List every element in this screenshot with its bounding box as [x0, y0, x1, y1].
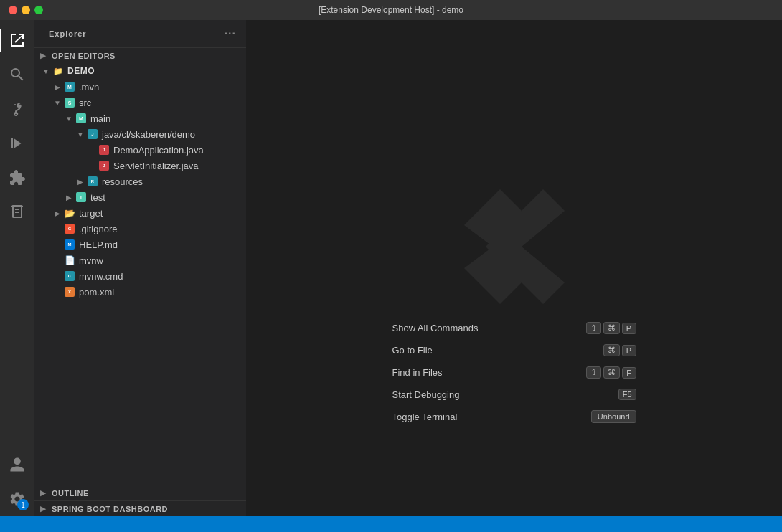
src-item[interactable]: ▼ S src [34, 95, 246, 110]
main-item[interactable]: ▼ M main [34, 110, 246, 126]
demo-app-label: DemoApplication.java [113, 145, 204, 156]
sidebar-title: Explorer [49, 29, 87, 38]
target-item[interactable]: ▶ 📂 target [34, 205, 246, 221]
main-folder-icon: M [75, 112, 88, 125]
java-path-item[interactable]: ▼ J java/cl/skaberen/demo [34, 126, 246, 142]
cmd-key-2: ⌘ [603, 344, 620, 356]
spring-boot-section[interactable]: ▶ Spring Boot Dashboard [34, 500, 246, 516]
demo-arrow: ▼ [40, 67, 52, 75]
command-toggle-terminal: Toggle Terminal Unbound [392, 410, 636, 423]
resources-item[interactable]: ▶ R resources [34, 174, 246, 189]
sidebar-header-icons: ··· [223, 26, 237, 42]
demo-root-item[interactable]: ▼ 📁 DEMO [34, 63, 246, 79]
src-arrow: ▼ [52, 99, 63, 107]
pom-label: pom.xml [79, 287, 114, 298]
manage-badge: 1 [17, 499, 29, 510]
demo-folder-icon: 📁 [52, 65, 65, 77]
mvnw-cmd-label: mvnw.cmd [79, 271, 123, 282]
help-item[interactable]: ▶ M HELP.md [34, 237, 246, 252]
vscode-logo [443, 175, 586, 318]
test-item[interactable]: ▶ T test [34, 189, 246, 205]
toggle-terminal-keys: Unbound [591, 410, 636, 423]
status-bar [0, 516, 782, 532]
servlet-item[interactable]: ▶ J ServletInitializer.java [34, 158, 246, 174]
java-path-arrow: ▼ [75, 130, 86, 138]
mvn-item[interactable]: ▶ M .mvn [34, 79, 246, 95]
mvnw-cmd-icon: C [63, 270, 76, 282]
find-in-files-keys: ⇧ ⌘ F [586, 366, 636, 379]
gitignore-item[interactable]: ▶ G .gitignore [34, 221, 246, 237]
open-editors-section[interactable]: ▶ Open Editors [34, 47, 246, 63]
main-arrow: ▼ [63, 115, 75, 123]
more-actions-icon[interactable]: ··· [223, 26, 237, 42]
pom-item[interactable]: ▶ X pom.xml [34, 284, 246, 300]
close-button[interactable] [9, 6, 17, 14]
activity-testing[interactable] [0, 195, 34, 229]
unbound-key: Unbound [591, 410, 636, 423]
window-title: [Extension Development Host] - demo [319, 5, 463, 15]
editor-area: Show All Commands ⇧ ⌘ P Go to File ⌘ P F… [246, 20, 782, 516]
toggle-terminal-label: Toggle Terminal [392, 412, 458, 422]
activity-bar: 1 [0, 20, 34, 516]
cmd-key-3: ⌘ [603, 366, 620, 379]
java-path-label: java/cl/skaberen/demo [102, 129, 195, 140]
activity-manage[interactable]: 1 [0, 482, 34, 516]
activity-explorer[interactable] [0, 23, 34, 57]
mvnw-icon: 📄 [63, 254, 76, 267]
start-debugging-keys: F5 [618, 389, 636, 400]
sidebar-header: Explorer ··· [34, 20, 246, 47]
sidebar: Explorer ··· ▶ Open Editors ▼ 📁 DEMO ▶ M [34, 20, 246, 516]
shift-key-2: ⇧ [586, 366, 601, 379]
help-icon: M [63, 238, 76, 251]
gitignore-label: .gitignore [79, 224, 117, 234]
mvnw-cmd-item[interactable]: ▶ C mvnw.cmd [34, 268, 246, 284]
f5-key: F5 [618, 389, 636, 400]
titlebar: [Extension Development Host] - demo [0, 0, 782, 20]
show-all-commands-keys: ⇧ ⌘ P [586, 322, 636, 334]
spring-boot-arrow: ▶ [40, 505, 52, 513]
demo-label: DEMO [67, 66, 95, 76]
demo-app-icon: J [98, 143, 110, 156]
sidebar-bottom: ▶ Outline ▶ Spring Boot Dashboard [34, 485, 246, 516]
resources-folder-icon: R [86, 175, 99, 188]
activity-search[interactable] [0, 57, 34, 92]
servlet-icon: J [98, 159, 110, 172]
p-key: P [622, 323, 636, 334]
activity-account[interactable] [0, 447, 34, 482]
src-label: src [79, 98, 91, 108]
activity-run[interactable] [0, 126, 34, 161]
src-folder-icon: S [63, 96, 76, 109]
activity-extensions[interactable] [0, 161, 34, 195]
target-label: target [79, 208, 103, 219]
go-to-file-keys: ⌘ P [603, 344, 636, 356]
shift-key: ⇧ [586, 322, 601, 334]
test-label: test [90, 192, 105, 203]
java-path-folder-icon: J [86, 128, 99, 141]
resources-arrow: ▶ [75, 178, 86, 186]
spring-boot-label: Spring Boot Dashboard [52, 505, 168, 513]
show-all-commands-label: Show All Commands [392, 323, 479, 333]
maximize-button[interactable] [34, 6, 43, 14]
outline-arrow: ▶ [40, 489, 52, 497]
gitignore-icon: G [63, 222, 76, 235]
p-key-2: P [622, 345, 636, 356]
open-editors-arrow: ▶ [40, 52, 52, 60]
start-debugging-label: Start Debugging [392, 389, 460, 400]
minimize-button[interactable] [22, 6, 30, 14]
test-arrow: ▶ [63, 194, 75, 201]
mvnw-label: mvnw [79, 255, 103, 266]
servlet-label: ServletInitializer.java [113, 161, 199, 171]
traffic-lights [9, 6, 43, 14]
outline-section[interactable]: ▶ Outline [34, 485, 246, 500]
target-folder-icon: 📂 [63, 206, 76, 219]
find-in-files-label: Find in Files [392, 367, 443, 378]
command-show-all: Show All Commands ⇧ ⌘ P [392, 322, 636, 334]
activity-source-control[interactable] [0, 92, 34, 126]
welcome-commands: Show All Commands ⇧ ⌘ P Go to File ⌘ P F… [246, 322, 782, 423]
mvn-arrow: ▶ [52, 83, 63, 91]
command-start-debugging: Start Debugging F5 [392, 389, 636, 400]
mvnw-item[interactable]: ▶ 📄 mvnw [34, 252, 246, 268]
demo-app-item[interactable]: ▶ J DemoApplication.java [34, 142, 246, 158]
test-folder-icon: T [75, 191, 88, 204]
command-find-in-files: Find in Files ⇧ ⌘ F [392, 366, 636, 379]
